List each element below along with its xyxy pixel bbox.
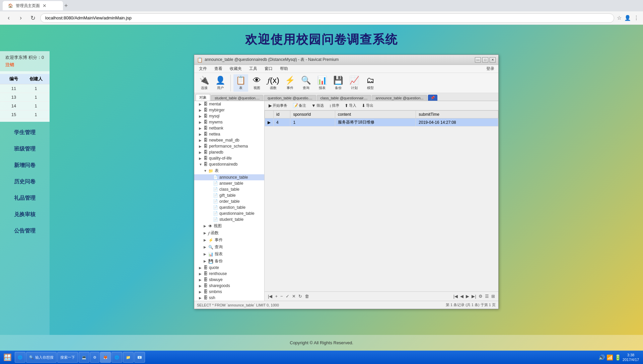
taskbar-app-0[interactable]: 🌐 bbox=[15, 352, 25, 363]
tree-views-folder[interactable]: ▶ 👁 视图 bbox=[194, 222, 264, 230]
tree-db-netbank[interactable]: ▶ 🗄 netbank bbox=[194, 125, 264, 131]
tree-db-mysql[interactable]: ▶ 🗄 mysql bbox=[194, 113, 264, 119]
tree-announce-table[interactable]: 📄 announce_table bbox=[194, 174, 264, 180]
menu-window[interactable]: 窗口 bbox=[261, 65, 276, 72]
tree-question-table[interactable]: 📄 question_table bbox=[194, 204, 264, 210]
tree-db-smbms[interactable]: ▶ 🗄 smbms bbox=[194, 289, 264, 295]
tree-events-folder[interactable]: ▶ ⚡ 事件 bbox=[194, 237, 264, 244]
btn-filter[interactable]: ▼ 筛选 bbox=[309, 102, 326, 109]
tree-db-perf[interactable]: ▶ 🗄 performance_schema bbox=[194, 143, 264, 149]
menu-favorites[interactable]: 收藏夹 bbox=[226, 65, 245, 72]
nav-history-survey[interactable]: 历史问卷 bbox=[0, 174, 50, 190]
tab-announce-table[interactable]: announce_table @question... bbox=[372, 95, 427, 101]
tree-db-mywms[interactable]: ▶ 🗄 mywms bbox=[194, 119, 264, 125]
taskbar-app-settings[interactable]: ⚙ bbox=[90, 352, 99, 363]
toolbar-connect[interactable]: 🔌 连接 bbox=[197, 74, 212, 92]
taskbar-app-firefox[interactable]: 🦊 bbox=[100, 352, 111, 363]
toolbar-query[interactable]: 🔍 查询 bbox=[299, 74, 313, 92]
forward-button[interactable]: › bbox=[16, 13, 25, 23]
taskbar-app-files[interactable]: 📁 bbox=[123, 352, 134, 363]
address-bar[interactable] bbox=[40, 13, 614, 23]
tree-db-questionnairedb[interactable]: ▼ 🗄 questionnairedb bbox=[194, 161, 264, 167]
search-label[interactable]: 输入你想搜 bbox=[35, 355, 54, 360]
taskbar-app-chrome[interactable]: 🌐 bbox=[112, 352, 122, 363]
tree-functions-folder[interactable]: ▶ 𝑓 函数 bbox=[194, 230, 264, 237]
tree-reports-folder[interactable]: ▶ 📊 报表 bbox=[194, 251, 264, 258]
page-first-nav[interactable]: |◀ bbox=[453, 294, 458, 299]
tab-class-table[interactable]: class_table @questionnair.... bbox=[317, 95, 371, 101]
toolbar-model[interactable]: 🗂 模型 bbox=[363, 74, 378, 92]
back-button[interactable]: ‹ bbox=[4, 13, 13, 23]
menu-file[interactable]: 文件 bbox=[196, 65, 210, 72]
toolbar-user[interactable]: 👤 用户 bbox=[213, 74, 228, 92]
tab-objects[interactable]: 对象 bbox=[196, 94, 210, 101]
tree-db-renthouse[interactable]: ▶ 🗄 renthouse bbox=[194, 271, 264, 277]
tree-db-mental[interactable]: ▶ 🗄 mental bbox=[194, 101, 264, 107]
tree-db-newbee[interactable]: ▶ 🗄 newbee_mall_db bbox=[194, 137, 264, 143]
btn-start-transaction[interactable]: ▶ 开始事务 bbox=[267, 102, 289, 109]
toolbar-view[interactable]: 👁 视图 bbox=[249, 74, 264, 92]
tree-db-ssh[interactable]: ▶ 🗄 ssh bbox=[194, 295, 264, 301]
page-prev-nav[interactable]: ◀ bbox=[459, 294, 464, 299]
tree-queries-folder[interactable]: ▶ 🔍 查询 bbox=[194, 244, 264, 251]
tab-close-btn[interactable]: ✕ bbox=[43, 3, 47, 8]
tab-pin[interactable]: 📌 bbox=[428, 95, 437, 101]
toolbar-table[interactable]: 📋 表 bbox=[233, 74, 248, 92]
menu-tools[interactable]: 工具 bbox=[246, 65, 261, 72]
toolbar-schedule[interactable]: 📈 计划 bbox=[347, 74, 362, 92]
col-content-header[interactable]: content bbox=[335, 111, 416, 118]
taskbar-app-search-btn[interactable]: 搜索一下 bbox=[57, 352, 78, 363]
navicat-minimize-btn[interactable]: — bbox=[475, 57, 481, 63]
tree-answer-table[interactable]: 📄 answer_table bbox=[194, 180, 264, 186]
settings-icon[interactable]: ⋮ bbox=[634, 15, 639, 21]
nav-student-management[interactable]: 学生管理 bbox=[0, 124, 50, 141]
tree-backups-folder[interactable]: ▶ 💾 备份 bbox=[194, 258, 264, 265]
page-first-btn[interactable]: |◀ bbox=[267, 294, 273, 299]
tree-gift-table[interactable]: 📄 gift_table bbox=[194, 192, 264, 198]
page-cancel-btn[interactable]: ✕ bbox=[291, 294, 296, 299]
taskbar-app-mail[interactable]: 📧 bbox=[134, 352, 145, 363]
navicat-maximize-btn[interactable]: □ bbox=[482, 57, 488, 63]
tree-class-table[interactable]: 📄 class_table bbox=[194, 186, 264, 192]
taskbar-app-ide[interactable]: 💻 bbox=[79, 352, 89, 363]
view-list-btn[interactable]: ☰ bbox=[484, 294, 490, 299]
btn-comment[interactable]: 📝 备注 bbox=[291, 102, 308, 109]
new-tab-button[interactable]: + bbox=[64, 2, 68, 9]
btn-import[interactable]: ⬆ 导入 bbox=[343, 102, 358, 109]
page-refresh-btn[interactable]: ↻ bbox=[298, 294, 303, 299]
toolbar-function[interactable]: 𝑓(x) 函数 bbox=[266, 74, 281, 92]
browser-tab-active[interactable]: 🏠 管理员主页面 ✕ bbox=[3, 1, 63, 10]
page-remove-btn[interactable]: − bbox=[280, 294, 284, 299]
tree-db-planedb[interactable]: ▶ 🗄 planedb bbox=[194, 149, 264, 155]
tree-student-table[interactable]: 📄 student_table bbox=[194, 216, 264, 222]
view-grid-btn[interactable]: ⊞ bbox=[491, 294, 496, 299]
start-button[interactable]: 🪟 bbox=[1, 351, 13, 363]
navicat-login-btn[interactable]: 登录 bbox=[486, 66, 497, 72]
nav-gift-management[interactable]: 礼品管理 bbox=[0, 190, 50, 206]
btn-export[interactable]: ⬇ 导出 bbox=[360, 102, 375, 109]
nav-new-survey[interactable]: 新增问卷 bbox=[0, 157, 50, 174]
menu-help[interactable]: 帮助 bbox=[277, 65, 291, 72]
nav-exchange-review[interactable]: 兑换审核 bbox=[0, 206, 50, 223]
menu-view[interactable]: 查看 bbox=[211, 65, 226, 72]
tab-student-table[interactable]: student_table @question.... bbox=[211, 95, 263, 101]
toolbar-event[interactable]: ⚡ 事件 bbox=[283, 74, 297, 92]
tree-db-mybirger[interactable]: ▶ 🗄 mybirger bbox=[194, 107, 264, 113]
btn-sort[interactable]: ↕ 排序 bbox=[327, 102, 342, 109]
page-last-nav[interactable]: ▶| bbox=[471, 294, 477, 299]
tree-tables-folder[interactable]: ▼ 📁 表 bbox=[194, 167, 264, 174]
page-clear-btn[interactable]: 🗑 bbox=[304, 294, 310, 299]
tree-questionnaire-table[interactable]: 📄 questionnaire_table bbox=[194, 210, 264, 216]
page-next-nav[interactable]: ▶ bbox=[465, 294, 470, 299]
taskbar-app-search[interactable]: 🔍 输入你想搜 bbox=[26, 352, 57, 363]
logout-link[interactable]: 注销 bbox=[5, 62, 14, 68]
reload-button[interactable]: ↻ bbox=[28, 13, 38, 23]
tab-question-table[interactable]: question_table @questio.... bbox=[264, 95, 316, 101]
user-profile-icon[interactable]: 👤 bbox=[624, 15, 631, 21]
col-sponsorid-header[interactable]: sponsorId bbox=[290, 111, 335, 118]
page-check-btn[interactable]: ✓ bbox=[285, 294, 290, 299]
toolbar-report[interactable]: 📊 报表 bbox=[315, 74, 330, 92]
bookmark-icon[interactable]: ☆ bbox=[617, 15, 622, 21]
tree-db-quality[interactable]: ▶ 🗄 quality-of-life bbox=[194, 155, 264, 161]
toolbar-backup[interactable]: 💾 备份 bbox=[331, 74, 346, 92]
